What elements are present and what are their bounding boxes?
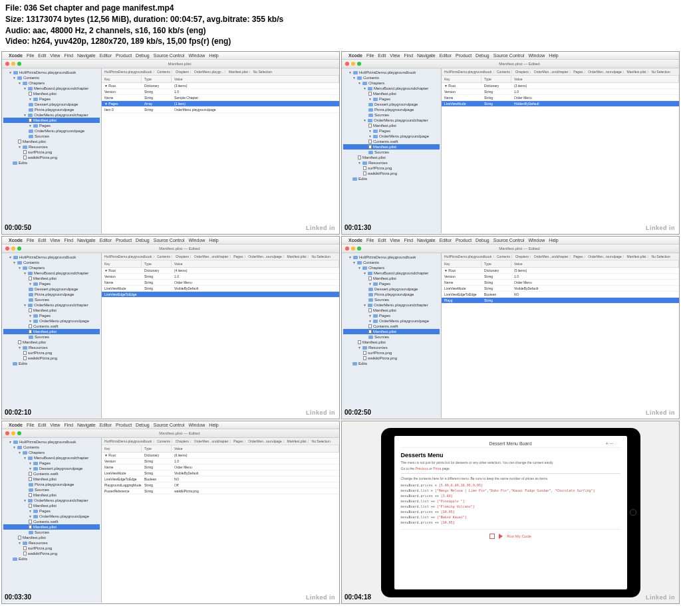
menu-item[interactable]: Navigate [77, 423, 96, 427]
tree-item[interactable]: Manifest.plist [343, 91, 440, 96]
tree-item[interactable]: Dessert.playgroundpage [3, 102, 100, 107]
tree-item[interactable]: Contents.swift [3, 519, 100, 524]
menu-item[interactable]: Product [456, 53, 472, 58]
plist-key[interactable]: ▼ Pages [102, 101, 142, 106]
plist-key[interactable]: ▼ Root [102, 268, 142, 273]
plist-type[interactable]: String [142, 274, 172, 279]
plist-key[interactable]: Version [102, 274, 142, 279]
plist-row[interactable]: VersionString1.0 [102, 459, 339, 464]
tree-item[interactable]: ▼MenuBoard.playgroundchapter [343, 270, 440, 276]
tree-item[interactable]: Manifest.plist [3, 329, 100, 334]
plist-row[interactable]: LiveViewEdgeToEdgeBooleanNO [442, 292, 679, 298]
tree-item[interactable]: ▼OrderMenu.playgroundpage [3, 318, 100, 324]
menu-item[interactable]: Edit [378, 53, 386, 58]
tree-item[interactable]: ▼OrderMenu.playgroundchapter [3, 302, 100, 308]
traffic-light-y[interactable] [11, 431, 15, 435]
tree-item[interactable]: Manifest.plist [343, 123, 440, 128]
tree-item[interactable]: ▼MenuBoard.playgroundchapter [3, 455, 100, 461]
plist-value[interactable]: Order Menu [172, 280, 339, 285]
plist-value[interactable]: 1.0 [511, 274, 679, 279]
tree-item[interactable]: Edits [3, 160, 100, 165]
tree-item[interactable]: surfPizza.png [3, 150, 100, 155]
menu-item[interactable]: Help [209, 53, 218, 58]
tree-item[interactable]: ▼Resources [3, 540, 100, 546]
plist-row[interactable]: LiveViewEdgeToEdgeBooleanNO [102, 476, 339, 482]
menu-item[interactable]: Editor [440, 53, 452, 58]
tree-item[interactable]: Manifest.plist [3, 535, 100, 540]
plist-value[interactable] [172, 292, 339, 297]
tree-item[interactable]: ▼Resources [343, 345, 440, 350]
plist-type[interactable]: Dictionary [142, 268, 172, 273]
tree-item[interactable]: ▼HuliPizzaDemo.playgroundbook [343, 70, 440, 75]
menu-item[interactable]: Window [188, 53, 205, 58]
tree-item[interactable]: Edits [3, 556, 100, 562]
macos-menubar[interactable]: XcodeFileEditViewFindNavigateEditorProdu… [342, 52, 679, 60]
menu-item[interactable]: Xcode [9, 238, 23, 243]
plist-type[interactable]: String [142, 470, 172, 476]
tree-item[interactable]: waikikiPizza.png [343, 356, 440, 361]
plist-row[interactable]: NameStringOrder Menu [442, 280, 679, 286]
plist-value[interactable]: (6 items) [172, 453, 339, 458]
tree-item[interactable]: Manifest.plist [3, 276, 100, 281]
menu-item[interactable]: Debug [476, 238, 489, 243]
plist-value[interactable]: VisibleByDefault [511, 286, 679, 291]
menu-item[interactable]: Navigate [77, 53, 96, 58]
tree-item[interactable]: ▼Pages [3, 508, 100, 514]
tree-item[interactable]: ▼OrderMenu.playgroundchapter [3, 498, 100, 503]
menu-item[interactable]: Window [528, 53, 545, 58]
tree-item[interactable]: Manifest.plist [3, 503, 100, 508]
plist-row[interactable]: ▼ RootDictionary(3 items) [102, 83, 339, 89]
tree-item[interactable]: ▼HuliPizzaDemo.playgroundbook [3, 439, 100, 445]
tree-item[interactable]: waikikiPizza.png [3, 155, 100, 160]
tree-item[interactable]: ▼HuliPizzaDemo.playgroundbook [3, 70, 100, 75]
tree-item[interactable]: Manifest.plist [3, 492, 100, 498]
plist-row[interactable]: LiveViewModeStringHiddenByDefault [442, 101, 679, 107]
ipad-home-button[interactable] [630, 509, 636, 516]
plist-row[interactable]: LiveViewModeStringVisibleByDefault [442, 286, 679, 292]
tree-item[interactable]: Sources [3, 297, 100, 302]
code-line[interactable]: menuBoard.prices += [10.95] [401, 520, 620, 525]
plist-value[interactable]: VisibleByDefault [172, 286, 339, 291]
plist-row[interactable]: NameStringOrder Menu [442, 95, 679, 101]
macos-menubar[interactable]: XcodeFileEditViewFindNavigateEditorProdu… [2, 237, 339, 245]
menu-item[interactable]: View [390, 238, 400, 243]
breadcrumb[interactable]: HuliPizzaDemo.playgroundbook 〉 Contents … [442, 68, 679, 76]
menu-item[interactable]: Xcode [9, 53, 23, 58]
menu-item[interactable]: View [50, 238, 60, 243]
traffic-light-g[interactable] [17, 431, 21, 435]
project-navigator[interactable]: ▼HuliPizzaDemo.playgroundbook▼Contents▼C… [342, 253, 442, 418]
menu-item[interactable]: Source Control [154, 423, 185, 427]
tree-item[interactable]: ▼MenuBoard.playgroundchapter [3, 86, 100, 91]
plist-type[interactable]: String [481, 101, 511, 106]
tree-item[interactable]: ▼Resources [3, 144, 100, 150]
plist-row[interactable]: LiveViewModeStringVisibleByDefault [102, 470, 339, 476]
breadcrumb[interactable]: HuliPizzaDemo.playgroundbook 〉 Contents … [102, 68, 339, 76]
plist-row[interactable]: VersionString1.0 [442, 89, 679, 95]
tree-item[interactable]: ▼Contents [3, 260, 100, 265]
tree-item[interactable]: surfPizza.png [3, 350, 100, 356]
plist-key[interactable]: PosterReference [102, 488, 142, 494]
tree-item[interactable]: ▼Pages [3, 313, 100, 318]
plist-key[interactable]: Name [442, 280, 481, 285]
menu-item[interactable]: Product [116, 238, 132, 243]
plist-key[interactable]: ▼ Root [442, 268, 481, 273]
tree-item[interactable]: ▼Chapters [3, 265, 100, 270]
menu-item[interactable]: Source Control [154, 53, 185, 58]
tree-item[interactable]: ▼Pages [3, 281, 100, 286]
plist-row[interactable]: ▼ RootDictionary(6 items) [102, 453, 339, 459]
plist-key[interactable]: ▼ Root [102, 83, 142, 88]
tree-item[interactable]: Manifest.plist [343, 329, 440, 334]
code-line[interactable]: menuBoard.list += ["Pineapple "] [401, 498, 620, 504]
plist-type[interactable]: Dictionary [142, 83, 172, 88]
menu-item[interactable]: Edit [38, 53, 46, 58]
traffic-light-y[interactable] [351, 62, 355, 66]
project-navigator[interactable]: ▼HuliPizzaDemo.playgroundbook▼Contents▼C… [2, 438, 102, 603]
plist-type[interactable]: String [142, 286, 172, 291]
tree-item[interactable]: ▼Contents [3, 445, 100, 450]
tree-item[interactable]: Sources [3, 530, 100, 535]
menu-item[interactable]: Window [528, 238, 545, 243]
plist-type[interactable]: String [142, 89, 172, 94]
plist-key[interactable]: Version [102, 89, 142, 94]
tree-item[interactable]: ▼Pages [343, 313, 440, 318]
menu-item[interactable]: View [50, 423, 60, 427]
